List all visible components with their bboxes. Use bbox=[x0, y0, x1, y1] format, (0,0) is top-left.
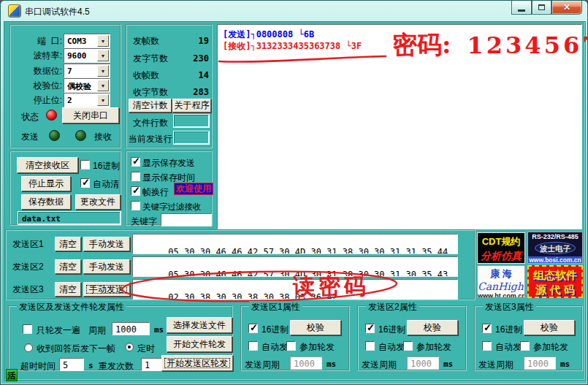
zone3-period-input[interactable]: 1000 bbox=[524, 357, 556, 370]
send-zone1-data-input[interactable]: 05 30 30 46 46 42 57 30 4D 30 31 38 30 3… bbox=[132, 234, 458, 254]
tx-frames-label: 发帧数 bbox=[133, 36, 159, 46]
ad-cdt-line2: 分析仿真 bbox=[478, 250, 524, 263]
send-zone3-clear-button[interactable]: 清空 bbox=[55, 282, 81, 297]
ad-bosi[interactable]: RS-232/RS-485 波士电子 www.bosi.com.cn bbox=[527, 232, 583, 264]
ad-scada[interactable]: 组态软件 源 代 码 bbox=[527, 265, 583, 298]
annotation-read-password: 读密码 bbox=[293, 272, 370, 302]
timeout-unit: s bbox=[88, 361, 93, 370]
auto-clear-label: 自动清 bbox=[93, 179, 119, 189]
send-led bbox=[49, 130, 60, 141]
ad-cdt[interactable]: CDT规约 分析仿真 bbox=[477, 232, 525, 264]
dropdown-arrow-icon[interactable]: ▼ bbox=[97, 35, 109, 47]
zone1-period-unit: ms bbox=[327, 359, 336, 369]
baud-label: 波特率: bbox=[15, 50, 62, 61]
show-save-send-label: 显示保存发送 bbox=[142, 158, 195, 168]
zone1-period-input[interactable]: 1000 bbox=[290, 357, 322, 370]
hex-display-checkbox[interactable] bbox=[80, 160, 90, 169]
dropdown-arrow-icon[interactable]: ▼ bbox=[97, 94, 109, 106]
keyword-input[interactable] bbox=[161, 213, 212, 226]
zone3-verify-button[interactable]: 校验 bbox=[524, 320, 575, 335]
minimize-button[interactable] bbox=[511, 1, 532, 15]
frame-wrap-checkbox[interactable] bbox=[131, 186, 140, 196]
file-lines-field[interactable] bbox=[174, 115, 209, 127]
auto-clear-checkbox[interactable] bbox=[80, 178, 90, 188]
dropdown-arrow-icon[interactable]: ▼ bbox=[97, 50, 109, 61]
ad-canhigher[interactable]: 康 海 CanHigher www.ht.com.cn bbox=[477, 265, 525, 298]
send-zone1-clear-button[interactable]: 清空 bbox=[55, 237, 81, 251]
maximize-button[interactable] bbox=[532, 1, 551, 15]
annotation-password: 密码: 12345678 bbox=[392, 28, 588, 62]
zone2-join-checkbox[interactable] bbox=[403, 341, 413, 351]
zone2-hex-checkbox[interactable] bbox=[365, 324, 375, 333]
dropdown-arrow-icon[interactable]: ▼ bbox=[97, 65, 109, 77]
window-title: 串口调试软件4.5 bbox=[25, 6, 90, 18]
parity-select-value: 偶校验 bbox=[67, 81, 91, 92]
send-zone1-scrollbar[interactable]: ▲ ▼ bbox=[446, 235, 457, 254]
file-lines-label: 文件行数 bbox=[133, 118, 168, 128]
timeout-input[interactable]: 5 bbox=[59, 358, 84, 371]
zone3-auto-checkbox[interactable] bbox=[482, 341, 492, 351]
zone1-join-checkbox[interactable] bbox=[286, 341, 296, 351]
send-zone2-clear-button[interactable]: 清空 bbox=[55, 259, 81, 274]
zone1-hex-checkbox[interactable] bbox=[248, 324, 258, 333]
close-button[interactable]: ✕ bbox=[551, 1, 582, 15]
zone1-hex-label: 16进制 bbox=[261, 324, 289, 335]
show-save-time-checkbox[interactable] bbox=[131, 172, 140, 181]
receive-log-send-line: [发送]┐0800808 └6B bbox=[223, 28, 314, 41]
stopbits-select[interactable]: 2 ▼ bbox=[64, 93, 110, 107]
save-data-button[interactable]: 保存数据 bbox=[21, 194, 71, 210]
timer-mode-radio[interactable] bbox=[125, 343, 134, 351]
zone1-join-label: 参加轮发 bbox=[299, 342, 335, 352]
select-send-file-button[interactable]: 选择发送文件 bbox=[167, 317, 232, 333]
show-save-time-label: 显示保存时间 bbox=[142, 172, 195, 183]
zone2-auto-checkbox[interactable] bbox=[365, 341, 375, 351]
zone3-join-checkbox[interactable] bbox=[520, 341, 530, 351]
keyword-filter-checkbox[interactable] bbox=[131, 201, 140, 210]
about-button[interactable]: 关于程序 bbox=[172, 99, 211, 113]
cycle-once-checkbox[interactable] bbox=[23, 324, 32, 334]
port-select[interactable]: COM3 ▼ bbox=[64, 34, 110, 48]
send-zone3-scrollbar[interactable]: ▲ ▼ bbox=[446, 281, 457, 300]
zone2-period-unit: ms bbox=[443, 359, 453, 369]
stop-display-button[interactable]: 停止显示 bbox=[21, 176, 71, 191]
start-file-cycle-button[interactable]: 开始文件轮发 bbox=[167, 336, 232, 352]
annotation-password-value: 12345678 bbox=[467, 31, 588, 59]
keyword-filter-label: 关键字过滤接收 bbox=[142, 202, 202, 212]
reply-mode-radio[interactable] bbox=[24, 343, 33, 352]
show-save-send-checkbox[interactable] bbox=[131, 157, 140, 167]
zone2-properties-panel: 发送区2属性 16进制 校验 自动发 参加轮发 发送周期 1000 ms bbox=[357, 305, 467, 371]
current-line-label: 当前发送行 bbox=[129, 134, 172, 144]
zone3-hex-checkbox[interactable] bbox=[482, 324, 492, 333]
ime-indicator[interactable]: 活 bbox=[6, 369, 18, 381]
zone1-verify-button[interactable]: 校验 bbox=[290, 320, 341, 335]
current-line-field[interactable] bbox=[174, 131, 209, 144]
send-zone1-label: 发送区1 bbox=[12, 239, 44, 249]
cycle-period-input[interactable]: 1000 bbox=[112, 322, 150, 335]
zone2-hex-label: 16进制 bbox=[378, 324, 405, 335]
zone1-auto-checkbox[interactable] bbox=[248, 341, 258, 351]
change-file-button[interactable]: 更改文件 bbox=[75, 194, 121, 210]
databits-label: 数据位: bbox=[15, 66, 62, 76]
zone1-auto-label: 自动发 bbox=[261, 342, 288, 352]
ad-scada-line1: 组态软件 bbox=[529, 269, 581, 283]
titlebar[interactable]: 串口调试软件4.5 ✕ bbox=[1, 1, 588, 21]
baud-select[interactable]: 9600 ▼ bbox=[64, 48, 110, 63]
zone2-period-input[interactable]: 1000 bbox=[407, 357, 439, 370]
receive-led bbox=[75, 130, 86, 141]
timer-mode-label: 定时 bbox=[137, 343, 155, 354]
rx-bytes-label: 收字节数 bbox=[133, 87, 168, 97]
zone1-period-label: 发送周期 bbox=[245, 359, 280, 370]
dropdown-arrow-icon[interactable]: ▼ bbox=[97, 80, 109, 91]
tx-bytes-label: 发字节数 bbox=[133, 53, 168, 64]
save-file-name-field[interactable]: data.txt bbox=[18, 212, 121, 224]
start-zone-cycle-button[interactable]: 开始发送区轮发 bbox=[161, 355, 233, 371]
send-zone1-manual-button[interactable]: 手动发送 bbox=[83, 237, 130, 251]
close-port-button[interactable]: 关闭串口 bbox=[62, 107, 119, 123]
timeout-label: 超时时间 bbox=[20, 361, 56, 371]
clear-receive-button[interactable]: 清空接收区 bbox=[17, 157, 78, 173]
databits-select[interactable]: 7 ▼ bbox=[64, 64, 110, 78]
send-zone2-scrollbar[interactable]: ▲ ▼ bbox=[446, 258, 457, 277]
clear-count-button[interactable]: 清空计数 bbox=[129, 99, 172, 113]
zone2-verify-button[interactable]: 校验 bbox=[407, 320, 458, 335]
parity-select[interactable]: 偶校验 ▼ bbox=[64, 78, 110, 93]
